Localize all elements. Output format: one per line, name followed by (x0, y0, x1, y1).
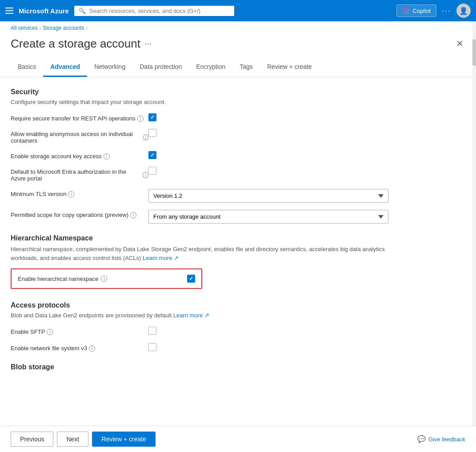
field-label-nfs-v3: Enable network file system v3 i (11, 343, 148, 352)
hamburger-menu[interactable] (5, 8, 13, 14)
info-icon-hn[interactable]: i (101, 276, 107, 282)
field-copy-scope: Permitted scope for copy operations (pre… (11, 210, 389, 224)
info-icon-nfs-v3[interactable]: i (89, 345, 95, 352)
tab-review-create[interactable]: Review + create (260, 58, 319, 77)
copilot-label: Copilot (413, 8, 431, 14)
field-tls-version: Minimum TLS version i Version 1.0 Versio… (11, 189, 389, 203)
field-sftp: Enable SFTP i (11, 327, 389, 336)
hierarchical-namespace-section: Hierarchical Namespace Hierarchical name… (11, 234, 389, 289)
field-control-secure-transfer (148, 113, 389, 121)
field-label-secure-transfer: Require secure transfer for REST API ope… (11, 113, 148, 122)
breadcrumb: All services › Storage accounts › (0, 21, 476, 35)
user-avatar[interactable]: 👤 (456, 4, 471, 18)
field-secure-transfer: Require secure transfer for REST API ope… (11, 113, 389, 122)
field-label-tls-version: Minimum TLS version i (11, 189, 148, 197)
security-section: Security Configure security settings tha… (11, 88, 389, 224)
tab-data-protection[interactable]: Data protection (132, 58, 189, 77)
field-label-sftp: Enable SFTP i (11, 327, 148, 335)
close-button[interactable]: ✕ (454, 36, 465, 51)
field-control-sftp (148, 327, 389, 336)
select-tls-version[interactable]: Version 1.0 Version 1.1 Version 1.2 (148, 189, 388, 203)
checkbox-hierarchical-namespace[interactable] (187, 275, 195, 283)
checkbox-sftp[interactable] (148, 327, 156, 335)
breadcrumb-storage-accounts[interactable]: Storage accounts (43, 25, 84, 31)
info-icon-key-access[interactable]: i (104, 153, 110, 160)
info-icon-sftp[interactable]: i (47, 329, 53, 335)
info-icon-tls-version[interactable]: i (68, 191, 74, 197)
info-icon-anonymous-access[interactable]: i (143, 134, 148, 140)
field-nfs-v3: Enable network file system v3 i (11, 343, 389, 352)
field-key-access: Enable storage account key access i (11, 151, 389, 160)
tab-advanced[interactable]: Advanced (43, 58, 87, 77)
access-protocols-learn-more[interactable]: Learn more ↗ (173, 312, 209, 319)
main-content: Security Configure security settings tha… (0, 77, 400, 409)
security-description: Configure security settings that impact … (11, 99, 389, 105)
checkbox-nfs-v3[interactable] (148, 343, 156, 351)
topbar: Microsoft Azure 🔍 Copilot ··· 👤 (0, 0, 476, 21)
field-control-key-access (148, 151, 389, 159)
scrollbar-track[interactable] (472, 21, 476, 409)
field-anonymous-access: Allow enabling anonymous access on indiv… (11, 129, 389, 144)
search-icon: 🔍 (79, 8, 86, 14)
breadcrumb-sep-2: › (86, 25, 88, 31)
checkbox-anonymous-access[interactable] (148, 129, 156, 137)
checkbox-key-access[interactable] (148, 151, 156, 159)
page-title: Create a storage account (11, 37, 140, 51)
scrollbar-thumb[interactable] (472, 39, 476, 66)
info-icon-entra-auth[interactable]: i (143, 172, 148, 178)
tab-tags[interactable]: Tags (232, 58, 260, 77)
tab-encryption[interactable]: Encryption (189, 58, 232, 77)
hn-description: Hierarchical namespace, complemented by … (11, 245, 389, 262)
topbar-more-icon[interactable]: ··· (442, 6, 451, 16)
hn-checkbox-label: Enable hierarchical namespace i (18, 276, 107, 282)
field-label-entra-auth: Default to Microsoft Entra authorization… (11, 167, 148, 182)
field-control-entra-auth (148, 167, 389, 176)
field-control-nfs-v3 (148, 343, 389, 352)
field-control-tls-version: Version 1.0 Version 1.1 Version 1.2 (148, 189, 389, 203)
access-protocols-section: Access protocols Blob and Data Lake Gen2… (11, 301, 389, 352)
checkbox-entra-auth[interactable] (148, 167, 156, 175)
search-bar[interactable]: 🔍 (74, 6, 234, 16)
checkbox-secure-transfer[interactable] (148, 113, 156, 121)
field-entra-auth: Default to Microsoft Entra authorization… (11, 167, 389, 182)
field-label-key-access: Enable storage account key access i (11, 151, 148, 160)
copilot-icon (402, 7, 410, 15)
hn-checkbox-row: Enable hierarchical namespace i (11, 268, 202, 289)
field-control-copy-scope: From any storage account From storage ac… (148, 210, 389, 224)
page-header-dots[interactable]: ··· (145, 39, 152, 48)
field-control-anonymous-access (148, 129, 389, 138)
blob-storage-section: Blob storage (11, 363, 389, 371)
field-label-copy-scope: Permitted scope for copy operations (pre… (11, 210, 148, 218)
security-title: Security (11, 88, 389, 96)
access-protocols-title: Access protocols (11, 301, 389, 309)
search-input[interactable] (89, 8, 230, 14)
info-icon-secure-transfer[interactable]: i (137, 116, 144, 122)
access-protocols-description: Blob and Data Lake Gen2 endpoints are pr… (11, 312, 389, 319)
app-title: Microsoft Azure (19, 7, 69, 15)
breadcrumb-sep-1: › (40, 25, 41, 31)
hn-title: Hierarchical Namespace (11, 234, 389, 242)
info-icon-copy-scope[interactable]: i (130, 212, 136, 218)
blob-storage-title: Blob storage (11, 363, 389, 371)
tab-networking[interactable]: Networking (87, 58, 132, 77)
field-label-anonymous-access: Allow enabling anonymous access on indiv… (11, 129, 148, 144)
copilot-button[interactable]: Copilot (396, 4, 436, 17)
breadcrumb-all-services[interactable]: All services (11, 25, 38, 31)
page-header: Create a storage account ··· ✕ (0, 35, 476, 58)
select-copy-scope[interactable]: From any storage account From storage ac… (148, 210, 388, 224)
tabs: Basics Advanced Networking Data protecti… (0, 58, 476, 77)
hn-learn-more-link[interactable]: Learn more ↗ (143, 255, 179, 261)
tab-basics[interactable]: Basics (11, 58, 43, 77)
